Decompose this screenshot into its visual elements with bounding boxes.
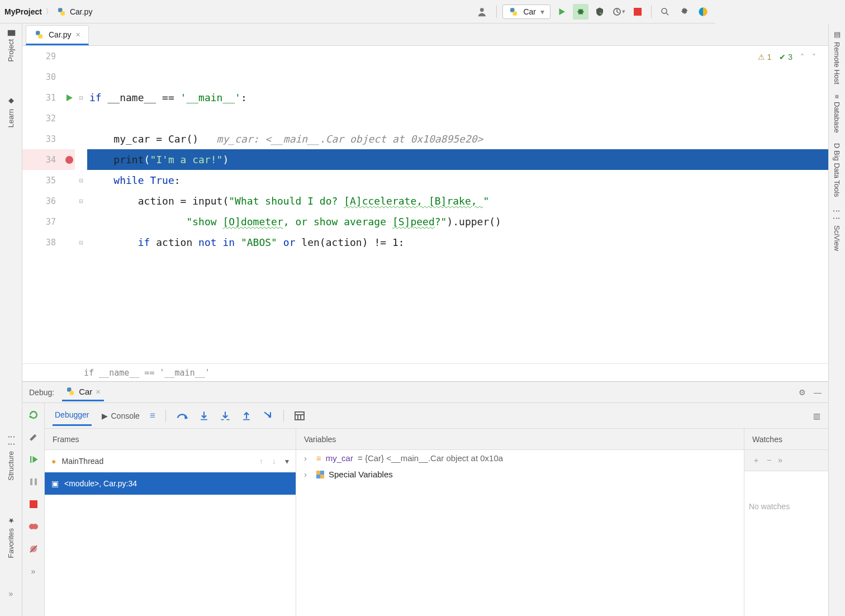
debug-session-tab[interactable]: Car ×: [62, 383, 104, 401]
debug-main: Debugger ▶Console ≡ ▥ Frames: [45, 403, 715, 521]
svg-rect-7: [634, 8, 642, 16]
thread-selector[interactable]: ●MainThread ↑↓▾: [45, 450, 296, 472]
jetbrains-icon[interactable]: [695, 4, 711, 20]
frames-header: Frames: [45, 429, 296, 450]
star-icon: ★: [7, 517, 15, 521]
step-into-button[interactable]: [198, 410, 210, 421]
step-out-button[interactable]: [241, 410, 252, 421]
debugger-tabs: Debugger ▶Console ≡ ▥: [45, 403, 715, 429]
python-file-icon: [56, 7, 67, 17]
chevron-down-icon[interactable]: ▾: [285, 457, 289, 466]
modify-run-config-button[interactable]: [27, 431, 40, 443]
workspace: Car.py × ⚠ 1 ✔ 3 ˄ ˅ 2930313233343536373…: [22, 23, 715, 521]
svg-rect-18: [30, 500, 37, 508]
gear-icon[interactable]: [676, 4, 692, 20]
fold-gutter[interactable]: ⊟⊟⊟⊟: [75, 46, 87, 363]
code-area[interactable]: if __name__ == '__main__': my_car = Car(…: [87, 46, 715, 363]
resume-button[interactable]: [27, 453, 40, 466]
variables-header: Variables: [296, 429, 715, 450]
tool-favorites[interactable]: Favorites ★: [7, 517, 15, 521]
debug-side-toolbar: »: [22, 403, 45, 521]
learn-icon: ◆: [7, 97, 15, 106]
svg-rect-23: [201, 419, 207, 420]
profile-button[interactable]: ▾: [611, 4, 626, 20]
view-breakpoints-button[interactable]: [27, 520, 40, 521]
svg-rect-24: [221, 419, 224, 420]
variables-panel: Variables ›≡my_car = {Car} <__main__.Car…: [296, 429, 715, 521]
run-config-select[interactable]: Car ▾: [502, 4, 550, 19]
close-icon[interactable]: ×: [75, 30, 80, 39]
separator: [651, 6, 652, 18]
svg-rect-14: [70, 391, 74, 395]
breadcrumb-file[interactable]: Car.py: [70, 7, 92, 16]
debug-columns: Frames ●MainThread ↑↓▾ ▣ <module>, Car.p…: [45, 429, 715, 521]
svg-rect-4: [513, 11, 518, 16]
editor-tab-label: Car.py: [49, 30, 71, 39]
svg-rect-16: [30, 478, 32, 485]
debug-title: Debug:: [29, 388, 54, 397]
tab-debugger[interactable]: Debugger: [53, 405, 92, 426]
svg-rect-25: [226, 419, 229, 420]
tool-learn[interactable]: Learn ◆: [7, 97, 15, 127]
tool-project[interactable]: Project ▇: [7, 30, 15, 61]
svg-rect-26: [243, 419, 250, 420]
separator: [283, 410, 284, 422]
chevron-right-icon: 〉: [45, 7, 53, 17]
debug-button[interactable]: [573, 4, 588, 20]
svg-point-2: [480, 8, 484, 12]
step-over-button[interactable]: [176, 410, 188, 421]
top-toolbar: MyProject 〉 Car.py Car ▾ ▾: [0, 0, 715, 23]
stop-button[interactable]: [630, 4, 645, 20]
debug-body: » Debugger ▶Console ≡ ▥: [22, 403, 715, 521]
debug-tool-window: Debug: Car × ⚙ — »: [22, 381, 715, 521]
folder-icon: ▇: [7, 30, 15, 36]
stop-button[interactable]: [27, 498, 40, 510]
run-button[interactable]: [554, 4, 569, 20]
rerun-button[interactable]: [27, 409, 40, 421]
tab-console[interactable]: ▶Console: [102, 411, 140, 420]
thread-icon: ●: [51, 457, 56, 466]
user-icon[interactable]: [475, 4, 491, 20]
structure-icon: ⋮⋮: [7, 433, 15, 448]
left-tool-stripe: Project ▇ Learn ◆ Structure ⋮⋮ Favorites…: [0, 23, 22, 521]
line-number-gutter[interactable]: 29303132333435363738: [22, 46, 64, 363]
svg-rect-11: [39, 34, 43, 39]
variable-row[interactable]: ›Special Variables: [296, 466, 715, 482]
console-icon: ▶: [102, 411, 108, 420]
frame-icon: ▣: [51, 479, 59, 488]
svg-rect-17: [35, 478, 37, 485]
close-icon[interactable]: ×: [96, 387, 101, 396]
svg-rect-27: [295, 412, 304, 420]
evaluate-expression-button[interactable]: [294, 411, 305, 421]
tool-structure[interactable]: Structure ⋮⋮: [7, 433, 15, 481]
pause-button[interactable]: [27, 476, 40, 488]
run-gutter[interactable]: [64, 46, 75, 363]
breadcrumb[interactable]: MyProject 〉 Car.py: [4, 7, 92, 17]
svg-rect-1: [60, 11, 65, 16]
code-breadcrumb[interactable]: if __name__ == '__main__': [22, 363, 715, 381]
debug-header: Debug: Car × ⚙ —: [22, 382, 715, 403]
chevron-down-icon: ▾: [540, 7, 544, 16]
svg-point-12: [65, 156, 73, 164]
search-icon[interactable]: [657, 4, 673, 20]
step-into-my-code-button[interactable]: [220, 410, 231, 421]
project-name[interactable]: MyProject: [4, 7, 42, 16]
separator: [165, 410, 166, 422]
threads-icon[interactable]: ≡: [150, 410, 155, 421]
run-toolbar: Car ▾ ▾: [475, 4, 711, 20]
next-frame-icon[interactable]: ↓: [272, 457, 276, 466]
editor-tab[interactable]: Car.py ×: [26, 25, 89, 45]
frames-panel: Frames ●MainThread ↑↓▾ ▣ <module>, Car.p…: [45, 429, 296, 521]
run-to-cursor-button[interactable]: [262, 410, 273, 421]
prev-frame-icon[interactable]: ↑: [259, 457, 263, 466]
svg-rect-15: [30, 456, 31, 463]
stack-frame[interactable]: ▣ <module>, Car.py:34: [45, 472, 296, 495]
separator: [496, 6, 497, 18]
svg-point-8: [662, 8, 667, 13]
editor-tabs: Car.py ×: [22, 23, 715, 46]
coverage-button[interactable]: [592, 4, 607, 20]
run-config-label: Car: [523, 7, 536, 16]
code-editor[interactable]: ⚠ 1 ✔ 3 ˄ ˅ 29303132333435363738 ⊟⊟⊟⊟ if…: [22, 46, 715, 363]
variable-row[interactable]: ›≡my_car = {Car} <__main__.Car object at…: [296, 450, 715, 466]
